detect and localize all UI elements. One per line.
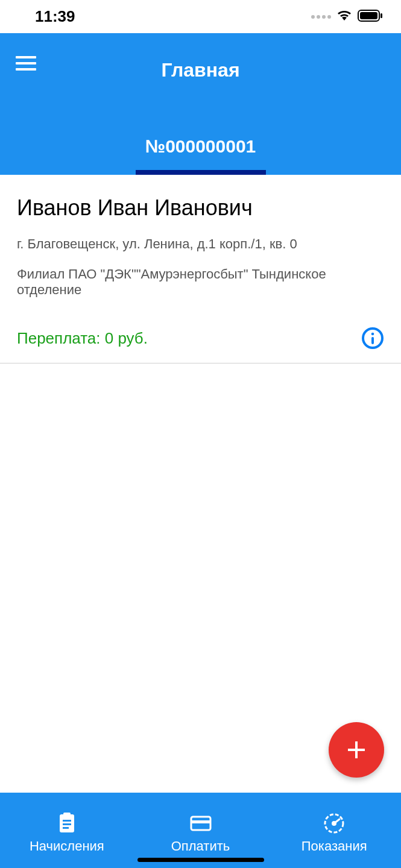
nav-label: Показания — [302, 838, 367, 854]
svg-rect-9 — [63, 813, 71, 817]
meter-icon — [323, 812, 346, 835]
home-indicator[interactable] — [137, 858, 264, 862]
status-time: 11:39 — [35, 7, 75, 26]
nav-item-charges[interactable]: Начисления — [0, 793, 134, 868]
nav-item-pay[interactable]: Оплатить — [134, 793, 268, 868]
card-icon — [189, 812, 212, 835]
customer-address: г. Благовещенск, ул. Ленина, д.1 корп./1… — [17, 236, 384, 252]
status-bar: 11:39 — [0, 0, 401, 33]
add-button[interactable] — [329, 722, 384, 778]
app-header: Главная №000000001 — [0, 33, 401, 175]
customer-name: Иванов Иван Иванович — [17, 195, 384, 221]
menu-button[interactable] — [16, 56, 40, 74]
nav-label: Оплатить — [171, 838, 230, 854]
wifi-icon — [336, 8, 353, 25]
nav-label: Начисления — [30, 838, 104, 854]
info-button[interactable] — [361, 327, 384, 350]
svg-rect-1 — [360, 12, 377, 19]
svg-rect-2 — [380, 13, 382, 18]
nav-item-readings[interactable]: Показания — [267, 793, 401, 868]
account-card: Иванов Иван Иванович г. Благовещенск, ул… — [0, 175, 401, 363]
account-tab[interactable]: №000000001 — [0, 136, 401, 175]
bottom-nav: Начисления Оплатить Показания — [0, 793, 401, 868]
svg-rect-7 — [348, 749, 365, 751]
svg-rect-5 — [371, 337, 374, 344]
svg-rect-11 — [63, 823, 71, 825]
cellular-icon — [311, 15, 331, 19]
account-number: №000000001 — [145, 136, 256, 170]
battery-icon — [358, 10, 383, 24]
svg-rect-14 — [191, 820, 210, 823]
svg-rect-10 — [63, 820, 71, 822]
tab-underline — [136, 170, 266, 175]
clipboard-icon — [55, 812, 78, 835]
page-title: Главная — [0, 59, 401, 81]
branch-name: Филиал ПАО "ДЭК""Амурэнергосбыт" Тындинс… — [17, 266, 384, 298]
status-indicators — [311, 8, 383, 25]
balance-text: Переплата: 0 руб. — [17, 329, 148, 348]
svg-point-4 — [371, 333, 374, 336]
svg-rect-12 — [63, 827, 69, 829]
